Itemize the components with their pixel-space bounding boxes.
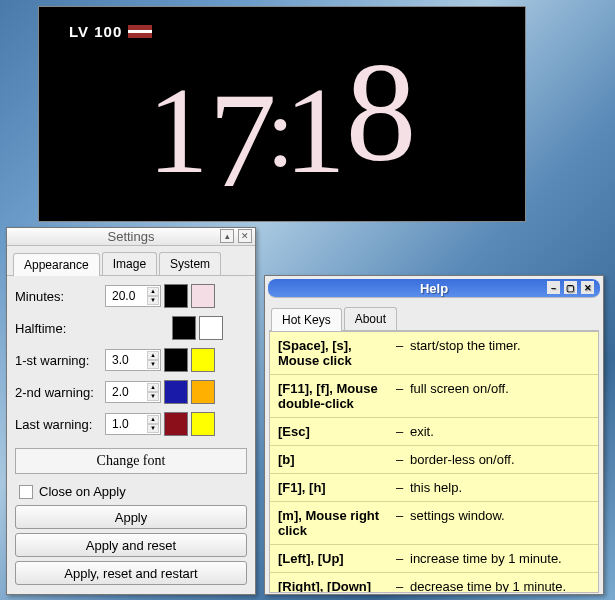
chevron-down-icon[interactable]: ▼ bbox=[147, 424, 159, 433]
dash: – bbox=[396, 381, 410, 396]
row-warn1: 1-st warning: 3.0▲▼ bbox=[15, 348, 247, 372]
hotkey-desc: this help. bbox=[410, 480, 590, 495]
minimize-icon[interactable]: – bbox=[547, 281, 560, 294]
apply-reset-button[interactable]: Apply and reset bbox=[15, 533, 247, 557]
help-row: [Esc]–exit. bbox=[270, 418, 598, 446]
maximize-icon[interactable]: ▢ bbox=[564, 281, 577, 294]
hotkey-desc: start/stop the timer. bbox=[410, 338, 590, 353]
chevron-down-icon[interactable]: ▼ bbox=[147, 360, 159, 369]
clock-logo: LV 100 bbox=[69, 23, 152, 40]
help-titlebar[interactable]: Help – ▢ ✕ bbox=[268, 279, 600, 298]
minutes-label: Minutes: bbox=[15, 289, 105, 304]
close-on-apply-label: Close on Apply bbox=[39, 484, 126, 499]
hotkey: [Left], [Up] bbox=[278, 551, 396, 566]
apply-button[interactable]: Apply bbox=[15, 505, 247, 529]
clock-time: 17:18 bbox=[39, 53, 525, 195]
chevron-up-icon[interactable]: ▲ bbox=[147, 287, 159, 296]
tab-system[interactable]: System bbox=[159, 252, 221, 275]
logo-text: LV 100 bbox=[69, 23, 122, 40]
chevron-down-icon[interactable]: ▼ bbox=[147, 392, 159, 401]
hotkey-desc: settings window. bbox=[410, 508, 590, 523]
chevron-up-icon[interactable]: ▲ bbox=[147, 383, 159, 392]
chevron-down-icon[interactable]: ▼ bbox=[147, 296, 159, 305]
minutes-color-b[interactable] bbox=[191, 284, 215, 308]
chevron-up-icon[interactable]: ▲ bbox=[147, 415, 159, 424]
hotkey: [Right], [Down] bbox=[278, 579, 396, 593]
minutes-color-a[interactable] bbox=[164, 284, 188, 308]
hotkey: [m], Mouse right click bbox=[278, 508, 396, 538]
dash: – bbox=[396, 424, 410, 439]
help-row: [F11], [f], Mouse double-click–full scre… bbox=[270, 375, 598, 418]
hotkey: [b] bbox=[278, 452, 396, 467]
help-content[interactable]: [Space], [s], Mouse click–start/stop the… bbox=[269, 331, 599, 593]
dash: – bbox=[396, 579, 410, 593]
settings-window: Settings ▴ ✕ Appearance Image System Min… bbox=[6, 227, 256, 595]
row-warnlast: Last warning: 1.0▲▼ bbox=[15, 412, 247, 436]
help-window: Help – ▢ ✕ Hot Keys About [Space], [s], … bbox=[264, 275, 604, 595]
hotkey-desc: full screen on/off. bbox=[410, 381, 590, 396]
warn2-color-a[interactable] bbox=[164, 380, 188, 404]
help-row: [Left], [Up]–increase time by 1 minute. bbox=[270, 545, 598, 573]
halftime-color-b[interactable] bbox=[199, 316, 223, 340]
halftime-label: Halftime: bbox=[15, 321, 105, 336]
warn1-color-a[interactable] bbox=[164, 348, 188, 372]
chevron-up-icon[interactable]: ▲ bbox=[147, 351, 159, 360]
warn2-color-b[interactable] bbox=[191, 380, 215, 404]
settings-title: Settings bbox=[108, 229, 155, 244]
close-on-apply-checkbox[interactable] bbox=[19, 485, 33, 499]
clock-panel[interactable]: LV 100 17:18 bbox=[38, 6, 526, 222]
hotkey-desc: decrease time by 1 minute. bbox=[410, 579, 590, 593]
warnlast-label: Last warning: bbox=[15, 417, 105, 432]
hotkey: [F11], [f], Mouse double-click bbox=[278, 381, 396, 411]
help-row: [F1], [h]–this help. bbox=[270, 474, 598, 502]
dash: – bbox=[396, 452, 410, 467]
halftime-color-a[interactable] bbox=[172, 316, 196, 340]
dash: – bbox=[396, 508, 410, 523]
settings-titlebar[interactable]: Settings ▴ ✕ bbox=[7, 228, 255, 246]
warn2-label: 2-nd warning: bbox=[15, 385, 105, 400]
warn1-color-b[interactable] bbox=[191, 348, 215, 372]
settings-tabs: Appearance Image System bbox=[7, 246, 255, 276]
hotkey-desc: increase time by 1 minute. bbox=[410, 551, 590, 566]
help-row: [m], Mouse right click–settings window. bbox=[270, 502, 598, 545]
hotkey: [F1], [h] bbox=[278, 480, 396, 495]
tab-hotkeys[interactable]: Hot Keys bbox=[271, 308, 342, 331]
hotkey-desc: exit. bbox=[410, 424, 590, 439]
tab-image[interactable]: Image bbox=[102, 252, 157, 275]
row-warn2: 2-nd warning: 2.0▲▼ bbox=[15, 380, 247, 404]
apply-reset-restart-button[interactable]: Apply, reset and restart bbox=[15, 561, 247, 585]
dash: – bbox=[396, 551, 410, 566]
help-title: Help bbox=[420, 281, 448, 296]
row-halftime: Halftime: bbox=[15, 316, 247, 340]
collapse-icon[interactable]: ▴ bbox=[220, 229, 234, 243]
help-row: [b]–border-less on/off. bbox=[270, 446, 598, 474]
warn2-spinner[interactable]: 2.0▲▼ bbox=[105, 381, 161, 403]
hotkey-desc: border-less on/off. bbox=[410, 452, 590, 467]
warnlast-spinner[interactable]: 1.0▲▼ bbox=[105, 413, 161, 435]
close-on-apply-row[interactable]: Close on Apply bbox=[15, 484, 247, 499]
tab-about[interactable]: About bbox=[344, 307, 397, 330]
hotkey: [Esc] bbox=[278, 424, 396, 439]
change-font-button[interactable]: Change font bbox=[15, 448, 247, 474]
dash: – bbox=[396, 338, 410, 353]
close-icon[interactable]: ✕ bbox=[238, 229, 252, 243]
tab-appearance[interactable]: Appearance bbox=[13, 253, 100, 276]
flag-icon bbox=[128, 25, 152, 38]
dash: – bbox=[396, 480, 410, 495]
row-minutes: Minutes: 20.0▲▼ bbox=[15, 284, 247, 308]
warn1-label: 1-st warning: bbox=[15, 353, 105, 368]
warnlast-color-a[interactable] bbox=[164, 412, 188, 436]
minutes-spinner[interactable]: 20.0▲▼ bbox=[105, 285, 161, 307]
help-row: [Right], [Down]–decrease time by 1 minut… bbox=[270, 573, 598, 593]
help-tabs: Hot Keys About bbox=[269, 305, 599, 331]
close-icon[interactable]: ✕ bbox=[581, 281, 594, 294]
hotkey: [Space], [s], Mouse click bbox=[278, 338, 396, 368]
warn1-spinner[interactable]: 3.0▲▼ bbox=[105, 349, 161, 371]
help-row: [Space], [s], Mouse click–start/stop the… bbox=[270, 332, 598, 375]
warnlast-color-b[interactable] bbox=[191, 412, 215, 436]
